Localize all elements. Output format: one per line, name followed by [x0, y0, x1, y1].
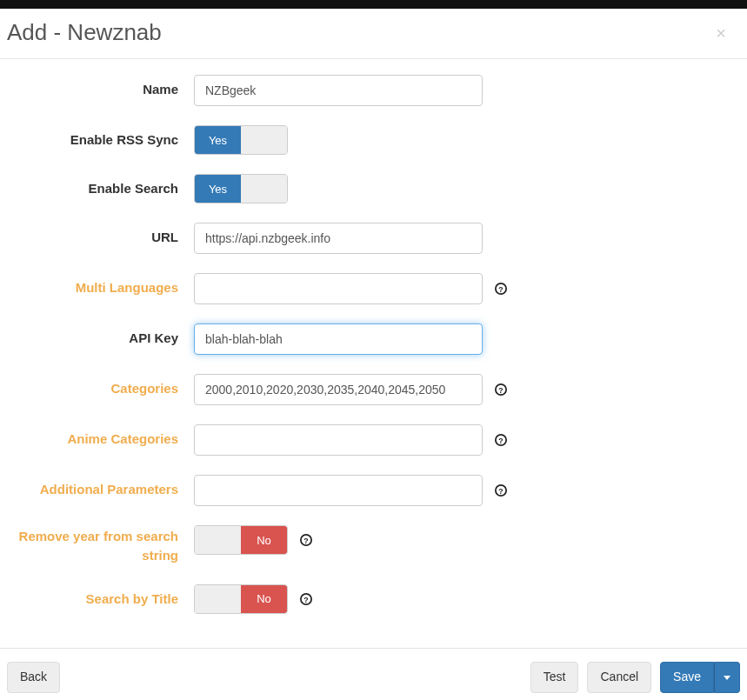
- modal: Add - Newznab × Name Enable RSS Sync Yes…: [0, 9, 747, 700]
- save-dropdown-toggle[interactable]: [714, 662, 740, 693]
- row-multi-languages: Multi Languages ?: [7, 273, 740, 304]
- toggle-remove-year-no: No: [241, 526, 287, 554]
- toggle-search-by-title[interactable]: No: [194, 584, 288, 614]
- svg-text:?: ?: [498, 487, 503, 496]
- toggle-remove-year[interactable]: No: [194, 525, 288, 555]
- svg-text:?: ?: [498, 285, 503, 294]
- api-key-input[interactable]: [194, 323, 483, 355]
- row-additional-parameters: Additional Parameters ?: [7, 475, 740, 506]
- toggle-enable-search[interactable]: Yes: [194, 174, 288, 203]
- anime-categories-input[interactable]: [194, 424, 483, 456]
- url-input[interactable]: [194, 223, 483, 254]
- help-icon[interactable]: ?: [495, 383, 507, 396]
- save-button-group: Save: [660, 662, 740, 693]
- label-enable-rss: Enable RSS Sync: [7, 125, 194, 147]
- name-input[interactable]: [194, 75, 483, 106]
- label-enable-search: Enable Search: [7, 174, 194, 196]
- svg-text:?: ?: [498, 386, 503, 395]
- row-url: URL: [7, 223, 740, 254]
- toggle-enable-rss-yes: Yes: [195, 126, 241, 154]
- help-icon[interactable]: ?: [495, 283, 507, 295]
- row-anime-categories: Anime Categories ?: [7, 424, 740, 456]
- toggle-enable-search-blank: [241, 175, 287, 203]
- svg-text:?: ?: [498, 437, 503, 445]
- row-search-by-title: Search by Title No ?: [7, 584, 740, 614]
- chevron-down-icon: [724, 676, 730, 680]
- modal-header: Add - Newznab ×: [0, 9, 747, 59]
- modal-footer: Back Test Cancel Save: [0, 648, 747, 700]
- label-multi-languages: Multi Languages: [7, 273, 194, 295]
- footer-actions: Test Cancel Save: [530, 662, 740, 693]
- help-icon[interactable]: ?: [300, 534, 312, 546]
- row-api-key: API Key: [7, 323, 740, 355]
- label-remove-year: Remove year from search string: [7, 525, 194, 565]
- toggle-search-by-title-blank: [195, 585, 241, 613]
- multi-languages-input[interactable]: [194, 273, 483, 304]
- svg-text:?: ?: [303, 537, 308, 545]
- label-api-key: API Key: [7, 323, 194, 345]
- toggle-remove-year-blank: [195, 526, 241, 554]
- save-button[interactable]: Save: [660, 662, 714, 693]
- label-search-by-title: Search by Title: [7, 584, 194, 606]
- modal-title: Add - Newznab: [7, 19, 162, 46]
- label-categories: Categories: [7, 374, 194, 396]
- label-anime-categories: Anime Categories: [7, 424, 194, 446]
- categories-input[interactable]: [194, 374, 483, 405]
- svg-text:?: ?: [303, 595, 308, 603]
- window-top-border: [0, 0, 747, 9]
- row-enable-rss: Enable RSS Sync Yes: [7, 125, 740, 155]
- help-icon[interactable]: ?: [300, 593, 312, 605]
- row-enable-search: Enable Search Yes: [7, 174, 740, 203]
- toggle-enable-rss-blank: [241, 126, 287, 154]
- cancel-button[interactable]: Cancel: [587, 662, 651, 693]
- help-icon[interactable]: ?: [495, 434, 507, 446]
- row-categories: Categories ?: [7, 374, 740, 405]
- test-button[interactable]: Test: [530, 662, 579, 693]
- toggle-enable-search-yes: Yes: [195, 175, 241, 203]
- close-icon[interactable]: ×: [709, 23, 733, 43]
- row-name: Name: [7, 75, 740, 106]
- back-button[interactable]: Back: [7, 662, 60, 693]
- toggle-search-by-title-no: No: [241, 585, 287, 613]
- label-url: URL: [7, 223, 194, 244]
- label-additional-parameters: Additional Parameters: [7, 475, 194, 497]
- toggle-enable-rss[interactable]: Yes: [194, 125, 288, 155]
- modal-body: Name Enable RSS Sync Yes Enable Search Y…: [0, 59, 747, 648]
- help-icon[interactable]: ?: [495, 484, 507, 497]
- row-remove-year: Remove year from search string No ?: [7, 525, 740, 565]
- label-name: Name: [7, 75, 194, 97]
- additional-parameters-input[interactable]: [194, 475, 483, 506]
